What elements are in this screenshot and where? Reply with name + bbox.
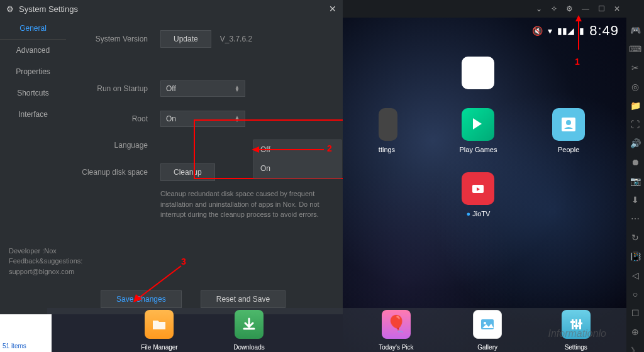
watermark: Informationlo (548, 328, 607, 339)
sidebar-item-general[interactable]: General (0, 18, 66, 40)
people-icon (552, 108, 585, 141)
explorer-strip: 51 items (0, 314, 52, 352)
app-google[interactable]: G (462, 57, 494, 89)
version-label: System Version (79, 35, 160, 43)
status-bar: 🔇 ▾ ▮▮◢ ▮ 8:49 (525, 18, 626, 44)
gallery-icon (473, 310, 502, 339)
root-label: Root (79, 114, 160, 123)
close-icon[interactable]: ✕ (614, 4, 620, 13)
annotation-2: 2 (327, 143, 332, 153)
svg-rect-9 (570, 321, 575, 323)
folder-icon (145, 310, 174, 339)
settings-content: System Version Update V_3.7.6.2 Run on S… (66, 18, 343, 288)
right-toolbar: 🎮 ⌨ ✂ ◎ 📁 ⛶ 🔊 ⏺ 📷 ⬇ ⋯ ↻ 📳 ◁ ○ ☐ ⊕ 》 (626, 0, 644, 352)
dock-todays-pick[interactable]: 🎈 Today's Pick (379, 310, 413, 351)
app-people[interactable]: People (552, 108, 585, 153)
spinner-icon: ▲▼ (235, 116, 240, 122)
pin-icon[interactable]: ✧ (551, 4, 557, 13)
startup-select[interactable]: Off ▲▼ (160, 80, 245, 97)
controller-icon[interactable]: 🎮 (630, 25, 641, 35)
svg-point-1 (566, 120, 571, 125)
more-icon[interactable]: ⋯ (631, 214, 640, 224)
dock-gallery[interactable]: Gallery (473, 310, 502, 351)
svg-point-5 (484, 322, 486, 324)
download-icon (235, 310, 264, 339)
mute-icon: 🔇 (532, 26, 543, 36)
clock: 8:49 (589, 23, 619, 39)
app-settings-partial[interactable]: ttings (379, 108, 397, 153)
app-jiotv[interactable]: ● JioTV (462, 172, 494, 217)
maximize-icon[interactable]: ☐ (598, 4, 605, 13)
play-icon (462, 108, 494, 141)
camera-icon[interactable]: 📷 (630, 176, 641, 186)
sidebar-item-interface[interactable]: Interface (0, 104, 66, 125)
minimize-icon[interactable]: — (582, 4, 589, 13)
annotation-1: 1 (575, 57, 580, 67)
back-icon[interactable]: ◁ (632, 270, 639, 280)
startup-label: Run on Startup (79, 84, 160, 93)
google-icon: G (462, 57, 494, 89)
svg-rect-10 (574, 325, 579, 327)
gear-icon[interactable]: ⚙ (566, 4, 573, 13)
reset-button[interactable]: Reset and Save (201, 290, 286, 308)
folder-icon[interactable]: 📁 (630, 101, 641, 111)
location-icon[interactable]: ◎ (631, 82, 639, 92)
add-icon[interactable]: ⊕ (631, 327, 639, 337)
language-label: Language (79, 141, 160, 150)
record-icon[interactable]: ⏺ (631, 157, 640, 167)
signal-icon: ▮▮◢ (557, 26, 574, 36)
footer-info: Developer :Nox Feedback&suggestions: sup… (9, 246, 82, 277)
gear-icon: ⚙ (6, 4, 14, 14)
recent-icon[interactable]: ☐ (631, 308, 640, 318)
settings-titlebar: ⚙ System Settings ✕ (0, 0, 343, 18)
spinner-icon: ▲▼ (235, 85, 240, 92)
app-grid: G ttings Play Games People ● JioTV (343, 50, 626, 224)
volume-icon[interactable]: 🔊 (630, 138, 641, 148)
sidebar-item-advanced[interactable]: Advanced (0, 40, 66, 61)
wifi-icon: ▾ (548, 26, 552, 36)
sidebar-item-shortcuts[interactable]: Shortcuts (0, 82, 66, 104)
fullscreen-icon[interactable]: ⛶ (631, 119, 640, 129)
chevron-down-icon[interactable]: ⌄ (536, 4, 542, 13)
version-text: V_3.7.6.2 (220, 35, 252, 43)
shake-icon[interactable]: 📳 (630, 251, 641, 261)
apk-icon[interactable]: ⬇ (631, 195, 639, 205)
keyboard-icon[interactable]: ⌨ (629, 44, 641, 54)
app-play-games[interactable]: Play Games (460, 108, 497, 153)
settings-window: ⚙ System Settings ✕ General Advanced Pro… (0, 0, 343, 314)
jio-icon (462, 172, 494, 205)
save-button[interactable]: Save Changes (101, 290, 182, 308)
update-button[interactable]: Update (160, 30, 211, 48)
sidebar-item-properties[interactable]: Properties (0, 61, 66, 82)
annotation-3: 3 (181, 256, 186, 267)
scissors-icon[interactable]: ✂ (631, 63, 639, 73)
close-icon[interactable]: ✕ (329, 4, 336, 14)
cleanup-label: Cleanup disk space (79, 168, 160, 177)
root-select[interactable]: On ▲▼ (160, 111, 245, 127)
cleanup-desc: Cleanup redundant disk space caused by f… (160, 189, 324, 220)
emulator-desktop: ⌄ ✧ ⚙ — ☐ ✕ 🔇 ▾ ▮▮◢ ▮ 8:49 G ttings Play… (343, 0, 644, 352)
battery-icon: ▮ (579, 26, 584, 36)
emulator-titlebar: ⌄ ✧ ⚙ — ☐ ✕ (343, 0, 626, 18)
rotate-icon[interactable]: ↻ (631, 233, 639, 243)
home-icon[interactable]: ○ (633, 289, 638, 299)
cleanup-button[interactable]: Cleanup (160, 163, 215, 181)
pick-icon: 🎈 (382, 310, 411, 339)
dock-downloads[interactable]: Downloads (233, 310, 264, 351)
dock-file-manager[interactable]: File Manager (141, 310, 177, 351)
settings-icon (379, 108, 397, 141)
expand-icon[interactable]: 》 (631, 346, 640, 352)
svg-rect-11 (578, 322, 582, 324)
settings-title: System Settings (19, 4, 329, 14)
dropdown-option-on[interactable]: On (254, 159, 341, 178)
